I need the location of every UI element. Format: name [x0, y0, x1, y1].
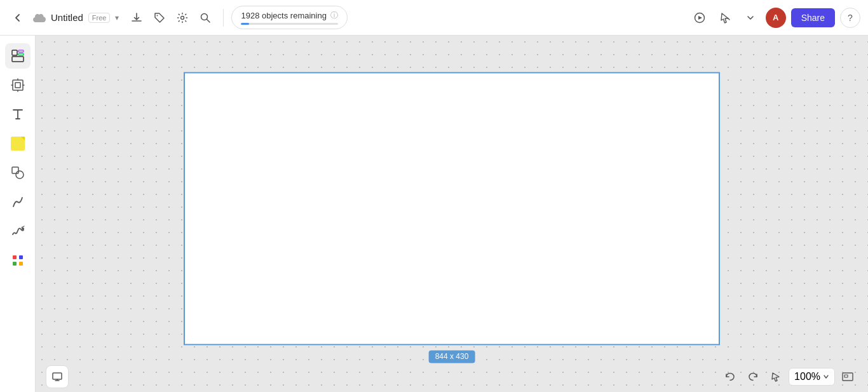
main-area: 844 x 430 [0, 36, 868, 392]
more-dropdown-button[interactable] [740, 8, 761, 28]
svg-rect-18 [19, 255, 23, 259]
sidebar-item-text[interactable] [5, 102, 31, 127]
help-button[interactable]: ? [840, 8, 860, 28]
svg-rect-7 [12, 57, 24, 62]
svg-rect-23 [844, 375, 848, 377]
svg-rect-15 [12, 167, 18, 173]
canvas-area[interactable]: 844 x 430 [36, 36, 868, 392]
doc-title: Untitled [51, 12, 83, 23]
bottombar-right: 100% [720, 367, 858, 387]
sidebar-item-shapes[interactable] [5, 160, 31, 186]
cloud-icon [33, 13, 46, 22]
sidebar-item-freehand[interactable] [5, 219, 31, 244]
zoom-chevron-icon [823, 374, 829, 379]
sidebar-item-sticky[interactable] [5, 131, 31, 156]
back-button[interactable] [8, 8, 28, 28]
sidebar-item-frame[interactable] [5, 72, 31, 98]
svg-rect-5 [18, 50, 24, 52]
frame-size-label: 844 x 430 [429, 350, 475, 363]
download-button[interactable] [126, 8, 147, 28]
redo-button[interactable] [743, 367, 763, 387]
bottombar-left [46, 365, 69, 388]
divider [223, 9, 224, 27]
objects-progress-fill [241, 23, 248, 25]
search-button[interactable] [195, 8, 215, 28]
svg-rect-21 [53, 373, 62, 379]
svg-rect-8 [13, 80, 23, 90]
sidebar-item-pen[interactable] [5, 189, 31, 215]
svg-rect-20 [19, 262, 23, 266]
title-chevron-icon[interactable]: ▾ [115, 13, 119, 22]
topbar: Untitled Free ▾ [0, 0, 868, 36]
sidebar [0, 36, 36, 392]
canvas-frame[interactable]: 844 x 430 [184, 72, 720, 345]
objects-remaining-label: 1928 objects remaining [241, 11, 326, 20]
svg-point-16 [22, 227, 24, 230]
svg-rect-6 [18, 53, 24, 55]
zoom-level: 100% [794, 371, 820, 382]
objects-progress-bar [241, 23, 337, 25]
topbar-right: A Share ? [689, 8, 860, 28]
sticky-note-icon [11, 137, 25, 151]
svg-point-0 [157, 15, 158, 16]
info-icon: ⓘ [330, 10, 338, 21]
avatar[interactable]: A [766, 8, 786, 28]
sidebar-item-components[interactable] [5, 248, 31, 273]
objects-remaining-pill: 1928 objects remaining ⓘ [231, 6, 347, 29]
svg-rect-4 [12, 50, 17, 55]
bottombar: 100% [36, 362, 868, 392]
svg-rect-19 [13, 262, 17, 266]
sidebar-item-template[interactable] [5, 43, 31, 69]
cursor-button[interactable] [715, 8, 735, 28]
play-button[interactable] [689, 8, 710, 28]
svg-rect-17 [13, 255, 17, 259]
tag-button[interactable] [149, 8, 170, 28]
svg-point-14 [16, 171, 24, 179]
pointer-button[interactable] [766, 367, 786, 387]
zoom-control[interactable]: 100% [789, 368, 835, 386]
undo-button[interactable] [720, 367, 740, 387]
objects-text: 1928 objects remaining ⓘ [241, 10, 337, 21]
svg-rect-9 [15, 83, 20, 88]
presentation-button[interactable] [46, 365, 69, 388]
free-badge[interactable]: Free [88, 13, 111, 23]
share-button[interactable]: Share [791, 8, 835, 27]
topbar-left: Untitled Free ▾ [8, 8, 119, 28]
topbar-actions [126, 8, 215, 28]
svg-point-1 [181, 16, 184, 19]
settings-button[interactable] [172, 8, 193, 28]
minimap-button[interactable] [837, 367, 858, 387]
